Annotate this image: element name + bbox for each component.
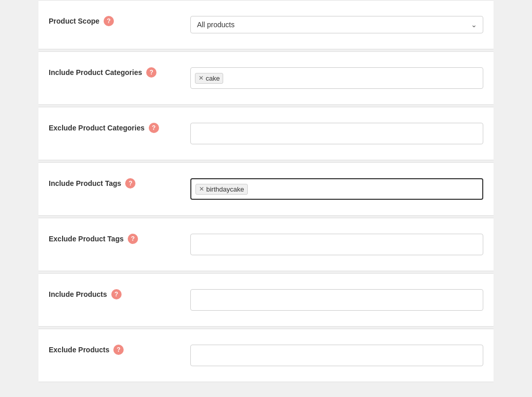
include-tags-tag-input[interactable]: ✕ birthdaycake [190,178,483,200]
product-scope-select-wrapper: All products Specific products Product c… [190,16,483,33]
exclude-products-tag-input[interactable] [190,345,483,366]
exclude-categories-row: Exclude Product Categories ? [49,123,483,144]
exclude-tags-label-group: Exclude Product Tags ? [49,234,182,244]
product-scope-select[interactable]: All products Specific products Product c… [190,16,483,33]
include-tags-section: Include Product Tags ? ✕ birthdaycake [38,162,494,216]
exclude-tags-tag-input[interactable] [190,234,483,255]
exclude-products-label: Exclude Products [49,346,109,354]
include-tags-help-icon[interactable]: ? [125,178,135,188]
exclude-categories-help-icon[interactable]: ? [149,123,159,133]
exclude-tags-help-icon[interactable]: ? [128,234,138,244]
product-scope-section: Product Scope ? All products Specific pr… [38,0,494,49]
exclude-products-help-icon[interactable]: ? [113,345,124,355]
include-products-section: Include Products ? [38,273,494,327]
include-tags-label-group: Include Product Tags ? [49,178,182,188]
exclude-products-input-wrapper [190,345,483,366]
product-scope-row: Product Scope ? All products Specific pr… [49,16,483,33]
exclude-tags-section: Exclude Product Tags ? [38,218,494,271]
page-container: Product Scope ? All products Specific pr… [0,0,532,382]
exclude-categories-label: Exclude Product Categories [49,124,145,132]
exclude-categories-tag-input[interactable] [190,123,483,144]
include-categories-row: Include Product Categories ? ✕ cake [49,67,483,89]
exclude-products-section: Exclude Products ? [38,329,494,382]
tag-cake: ✕ cake [195,73,223,84]
include-categories-input-wrapper: ✕ cake [190,67,483,89]
exclude-tags-input-wrapper [190,234,483,255]
include-products-help-icon[interactable]: ? [111,289,122,299]
include-tags-row: Include Product Tags ? ✕ birthdaycake [49,178,483,200]
include-tags-label: Include Product Tags [49,179,121,187]
exclude-categories-label-group: Exclude Product Categories ? [49,123,182,133]
include-products-label-group: Include Products ? [49,289,182,299]
include-products-row: Include Products ? [49,289,483,311]
include-categories-tag-input[interactable]: ✕ cake [190,67,483,89]
include-products-input-wrapper [190,289,483,311]
exclude-tags-label: Exclude Product Tags [49,235,124,243]
product-scope-label-group: Product Scope ? [49,16,182,26]
include-categories-help-icon[interactable]: ? [146,67,156,78]
include-tags-input-wrapper: ✕ birthdaycake [190,178,483,200]
include-categories-label-group: Include Product Categories ? [49,67,182,78]
product-scope-input-wrapper: All products Specific products Product c… [190,16,483,33]
include-products-label: Include Products [49,290,107,298]
exclude-products-label-group: Exclude Products ? [49,345,182,355]
exclude-tags-row: Exclude Product Tags ? [49,234,483,255]
include-categories-label: Include Product Categories [49,68,142,77]
include-products-tag-input[interactable] [190,289,483,311]
exclude-categories-input-wrapper [190,123,483,144]
tag-birthdaycake: ✕ birthdaycake [195,184,248,195]
exclude-categories-section: Exclude Product Categories ? [38,107,494,160]
product-scope-label: Product Scope [49,17,100,25]
tag-birthdaycake-remove-icon[interactable]: ✕ [199,186,204,192]
product-scope-help-icon[interactable]: ? [104,16,114,26]
include-categories-section: Include Product Categories ? ✕ cake [38,51,494,105]
exclude-products-row: Exclude Products ? [49,345,483,366]
tag-cake-remove-icon[interactable]: ✕ [199,75,204,81]
